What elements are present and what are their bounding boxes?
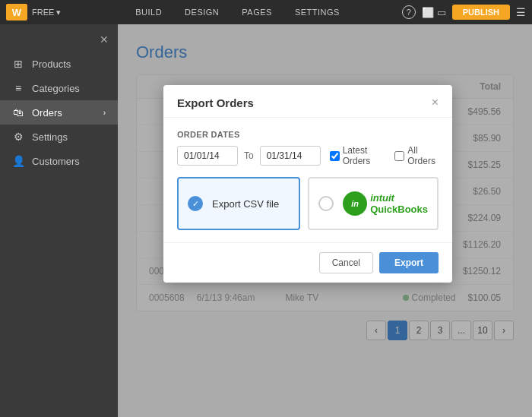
qb-product-text: QuickBooks — [370, 204, 428, 215]
csv-label: Export CSV file — [212, 198, 279, 210]
latest-orders-check[interactable] — [330, 151, 340, 161]
date-from-input[interactable] — [177, 146, 238, 166]
top-nav-right: ? ⬜ ▭ PUBLISH ☰ — [402, 5, 526, 20]
tab-build[interactable]: BUILD — [125, 3, 173, 21]
checkbox-group: Latest Orders All Orders — [330, 145, 439, 166]
date-section-label: Order Dates — [177, 130, 439, 139]
date-row: To Latest Orders All Orders — [177, 145, 439, 166]
all-orders-label: All Orders — [407, 145, 439, 166]
modal-body: Order Dates To Latest Orders All Orders — [163, 118, 452, 242]
all-orders-checkbox[interactable]: All Orders — [394, 145, 439, 166]
sidebar-item-label: Settings — [32, 131, 68, 143]
logo: W — [6, 4, 27, 21]
qb-brand-text: intuit — [370, 192, 428, 204]
sidebar-item-label: Customers — [32, 156, 80, 167]
all-orders-check[interactable] — [394, 151, 404, 161]
app-layout: ✕ ⊞ Products ≡ Categories 🛍 Orders › ⚙ S… — [0, 24, 532, 417]
categories-icon: ≡ — [12, 82, 24, 94]
sidebar-item-label: Products — [32, 58, 71, 70]
latest-orders-label: Latest Orders — [343, 145, 386, 166]
sidebar-item-products[interactable]: ⊞ Products — [0, 52, 118, 76]
device-icons: ⬜ ▭ — [422, 7, 446, 18]
qb-radio[interactable] — [318, 196, 334, 211]
tab-design[interactable]: DESIGN — [174, 3, 230, 21]
plan-badge[interactable]: FREE ▾ — [32, 8, 61, 17]
modal-title: Export Orders — [177, 96, 254, 109]
sidebar-close-area: ✕ — [0, 30, 118, 52]
orders-icon: 🛍 — [12, 106, 24, 118]
customers-icon: 👤 — [12, 155, 24, 167]
tab-settings[interactable]: SETTINGS — [284, 3, 350, 21]
desktop-icon[interactable]: ⬜ — [422, 7, 434, 18]
modal-header: Export Orders × — [163, 85, 452, 118]
chevron-right-icon: › — [103, 109, 106, 117]
top-nav: W FREE ▾ BUILD DESIGN PAGES SETTINGS ? ⬜… — [0, 0, 532, 24]
latest-orders-checkbox[interactable]: Latest Orders — [330, 145, 386, 166]
modal-footer: Cancel Export — [163, 242, 452, 283]
products-icon: ⊞ — [12, 58, 24, 70]
publish-button[interactable]: PUBLISH — [452, 5, 510, 20]
modal-close-button[interactable]: × — [432, 96, 439, 109]
quickbooks-export-option[interactable]: in intuit QuickBooks — [308, 177, 439, 230]
csv-export-option[interactable]: ✓ Export CSV file — [177, 177, 300, 230]
check-icon: ✓ — [192, 199, 199, 209]
date-to-input[interactable] — [260, 146, 321, 166]
sidebar-item-settings[interactable]: ⚙ Settings — [0, 125, 118, 149]
sidebar-item-label: Orders — [32, 107, 62, 118]
sidebar-item-orders[interactable]: 🛍 Orders › — [0, 100, 118, 125]
menu-icon[interactable]: ☰ — [516, 6, 526, 18]
quickbooks-logo: in intuit QuickBooks — [343, 191, 428, 216]
nav-tabs: BUILD DESIGN PAGES SETTINGS — [73, 3, 401, 21]
settings-icon: ⚙ — [12, 131, 24, 143]
export-orders-modal: Export Orders × Order Dates To Latest Or… — [163, 85, 452, 283]
close-icon[interactable]: ✕ — [100, 33, 109, 46]
sidebar-item-label: Categories — [32, 83, 80, 94]
help-icon[interactable]: ? — [402, 5, 416, 19]
tab-pages[interactable]: PAGES — [231, 3, 283, 21]
sidebar-item-categories[interactable]: ≡ Categories — [0, 76, 118, 100]
sidebar: ✕ ⊞ Products ≡ Categories 🛍 Orders › ⚙ S… — [0, 24, 118, 417]
export-button[interactable]: Export — [379, 252, 439, 273]
sidebar-item-customers[interactable]: 👤 Customers — [0, 149, 118, 173]
csv-radio[interactable]: ✓ — [188, 196, 203, 211]
date-separator: To — [244, 150, 254, 161]
main-content: Orders Total $495.56 $85.90 $125.25 $26.… — [118, 24, 532, 417]
export-options: ✓ Export CSV file in intuit — [177, 177, 439, 230]
qb-circle-icon: in — [343, 191, 367, 216]
cancel-button[interactable]: Cancel — [319, 252, 373, 273]
mobile-icon[interactable]: ▭ — [437, 7, 446, 18]
